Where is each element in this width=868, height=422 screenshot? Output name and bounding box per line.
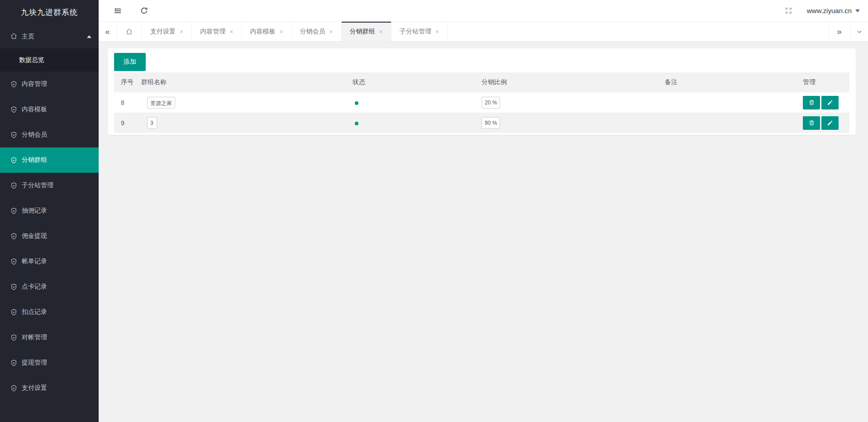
tab-label: 分销会员 [300,28,325,36]
sidebar-item-label: 提现管理 [22,359,47,367]
sidebar-item-label: 内容模板 [22,105,47,114]
delete-button[interactable] [803,116,820,130]
app-window: 九块九进群系统 主页 数据总览 内容管理 内容模板 分销会员 分销群组 [0,0,868,422]
col-header-status: 状态 [346,72,475,92]
sidebar-item-commission-withdraw[interactable]: 佣金提现 [0,223,99,249]
sidebar-item-substation-manage[interactable]: 子分站管理 [0,173,99,198]
shield-check-icon [10,359,18,367]
group-name-field[interactable]: 资源之家 [147,97,175,109]
sidebar-item-commission-record[interactable]: 抽佣记录 [0,198,99,223]
sidebar-item-label: 抽佣记录 [22,207,47,215]
tabs-scroll-right-button[interactable]: » [828,22,850,41]
sidebar-item-deduct-record[interactable]: 扣点记录 [0,299,99,325]
sidebar-item-bill-record[interactable]: 帐单记录 [0,249,99,274]
close-icon[interactable]: × [329,28,333,35]
close-icon[interactable]: × [279,28,283,35]
topbar: www.ziyuan.cn [99,0,868,22]
shield-check-icon [10,207,18,215]
shield-check-icon [10,182,18,190]
home-tab[interactable] [117,22,142,41]
row-index: 8 [114,92,134,113]
sidebar-subitem-label: 数据总览 [19,56,44,64]
home-icon [125,28,133,35]
col-header-index: 序号 [114,72,134,92]
tab-distribution-group[interactable]: 分销群组 × [342,22,391,41]
shield-check-icon [10,258,18,266]
table-header-row: 序号 群组名称 状态 分销比例 备注 管理 [114,72,849,92]
shield-check-icon [10,334,18,341]
sidebar-item-content-template[interactable]: 内容模板 [0,97,99,122]
close-icon[interactable]: × [379,28,383,35]
tab-label: 子分站管理 [400,28,431,36]
tabbar-spacer [448,22,828,41]
trash-icon [808,119,815,126]
shield-check-icon [10,308,18,316]
sidebar-item-home[interactable]: 主页 [0,25,99,48]
sidebar-item-label: 内容管理 [22,80,47,88]
sidebar-item-distribution-group[interactable]: 分销群组 [0,147,99,173]
ratio-field[interactable]: 90 % [482,117,500,129]
trash-icon [808,99,815,106]
tab-distribution-member[interactable]: 分销会员 × [292,22,342,41]
close-icon[interactable]: × [435,28,439,35]
status-dot [355,122,358,125]
shield-check-icon [10,81,18,88]
fullscreen-icon[interactable] [782,5,795,17]
group-table: 序号 群组名称 状态 分销比例 备注 管理 8 资源之家 [114,72,849,133]
home-icon [10,32,18,41]
chevron-up-icon [87,35,91,38]
delete-button[interactable] [803,96,820,109]
table-row: 8 资源之家 20 % [114,92,849,113]
sidebar-item-label: 分销会员 [22,131,47,139]
edit-button[interactable] [821,116,839,130]
sidebar-item-card-record[interactable]: 点卡记录 [0,274,99,299]
shield-check-icon [10,156,18,164]
sidebar-item-data-overview[interactable]: 数据总览 [0,48,99,71]
close-icon[interactable]: × [180,28,183,35]
shield-check-icon [10,232,18,240]
sidebar-item-distribution-member[interactable]: 分销会员 [0,122,99,147]
remark-cell [658,113,796,133]
tab-content-template[interactable]: 内容模板 × [242,22,291,41]
tabs-scroll-left-button[interactable]: « [99,22,117,41]
group-name-field[interactable]: 3 [147,117,157,129]
tab-substation-manage[interactable]: 子分站管理 × [391,22,448,41]
distribution-group-panel: 添加 序号 群组名称 状态 分销比例 备注 管理 [108,48,856,135]
sidebar-item-label: 对帐管理 [22,333,47,341]
pencil-icon [827,100,833,106]
pencil-icon [827,120,833,126]
sidebar-item-withdraw-manage[interactable]: 提现管理 [0,350,99,375]
remark-cell [658,92,796,113]
tab-label: 内容管理 [200,28,225,36]
col-header-name: 群组名称 [134,72,346,92]
sidebar-item-label: 分销群组 [22,156,47,164]
row-index: 9 [114,113,134,133]
tab-label: 分销群组 [350,28,375,36]
add-button[interactable]: 添加 [114,53,146,71]
app-title: 九块九进群系统 [0,0,99,25]
chevron-down-icon [855,9,860,12]
shield-check-icon [10,106,18,114]
tab-payment-settings[interactable]: 支付设置 × [142,22,192,41]
close-icon[interactable]: × [229,28,233,35]
shield-check-icon [10,384,18,392]
edit-button[interactable] [821,96,839,109]
chevron-down-icon [856,28,863,35]
sidebar-item-label: 点卡记录 [22,283,47,291]
site-dropdown-value: www.ziyuan.cn [807,7,852,14]
sidebar-item-content-manage[interactable]: 内容管理 [0,71,99,97]
sidebar-item-payment-settings[interactable]: 支付设置 [0,375,99,401]
sidebar-item-label: 主页 [22,33,87,41]
sidebar-item-label: 子分站管理 [22,181,53,190]
table-row: 9 3 90 % [114,113,849,133]
main-content: 添加 序号 群组名称 状态 分销比例 备注 管理 [99,42,868,422]
tabs-menu-button[interactable] [850,22,868,41]
col-header-manage: 管理 [796,72,849,92]
refresh-icon[interactable] [138,5,150,17]
ratio-field[interactable]: 20 % [482,97,500,109]
collapse-menu-icon[interactable] [111,5,124,17]
sidebar-item-reconciliation-manage[interactable]: 对帐管理 [0,325,99,350]
site-dropdown[interactable]: www.ziyuan.cn [807,7,860,14]
tab-content-manage[interactable]: 内容管理 × [192,22,242,41]
sidebar-item-label: 支付设置 [22,384,47,392]
